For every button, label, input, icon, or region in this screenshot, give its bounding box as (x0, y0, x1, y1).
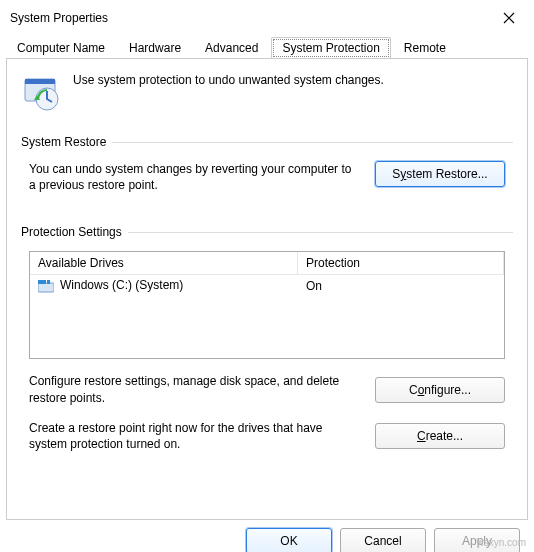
tab-system-protection[interactable]: System Protection (271, 37, 390, 59)
configure-description: Configure restore settings, manage disk … (29, 373, 355, 405)
divider (112, 142, 513, 143)
title-bar: System Properties (0, 0, 534, 34)
drives-list[interactable]: Available Drives Protection Windows (C:)… (29, 251, 505, 359)
system-restore-group-label: System Restore (21, 135, 106, 149)
system-restore-description: You can undo system changes by reverting… (29, 161, 355, 193)
tab-strip: Computer Name Hardware Advanced System P… (0, 34, 534, 58)
column-header-drives[interactable]: Available Drives (30, 252, 298, 274)
drive-icon (38, 280, 54, 293)
svg-rect-4 (38, 283, 54, 292)
table-row[interactable]: Windows (C:) (System) On (30, 275, 504, 295)
drives-list-header: Available Drives Protection (30, 252, 504, 275)
column-header-protection[interactable]: Protection (298, 252, 504, 274)
protection-settings-group-label: Protection Settings (21, 225, 122, 239)
apply-button[interactable]: Apply (434, 528, 520, 552)
tab-computer-name[interactable]: Computer Name (6, 37, 116, 59)
divider (128, 232, 513, 233)
drive-name: Windows (C:) (System) (60, 278, 183, 292)
tab-remote[interactable]: Remote (393, 37, 457, 59)
window-title: System Properties (10, 11, 108, 25)
cancel-button[interactable]: Cancel (340, 528, 426, 552)
tab-advanced[interactable]: Advanced (194, 37, 269, 59)
system-restore-button[interactable]: System Restore... (375, 161, 505, 187)
dialog-button-row: OK Cancel Apply (0, 520, 534, 552)
header-text: Use system protection to undo unwanted s… (73, 73, 384, 87)
tab-panel-system-protection: Use system protection to undo unwanted s… (6, 58, 528, 520)
svg-rect-6 (47, 280, 50, 284)
create-button[interactable]: Create... (375, 423, 505, 449)
close-button[interactable] (494, 6, 524, 30)
close-icon (503, 12, 515, 24)
svg-rect-5 (38, 280, 46, 284)
configure-button[interactable]: Configure... (375, 377, 505, 403)
system-protection-icon (21, 73, 61, 113)
ok-button[interactable]: OK (246, 528, 332, 552)
create-description: Create a restore point right now for the… (29, 420, 355, 452)
tab-hardware[interactable]: Hardware (118, 37, 192, 59)
svg-rect-1 (25, 79, 55, 84)
drive-protection-status: On (298, 276, 504, 296)
